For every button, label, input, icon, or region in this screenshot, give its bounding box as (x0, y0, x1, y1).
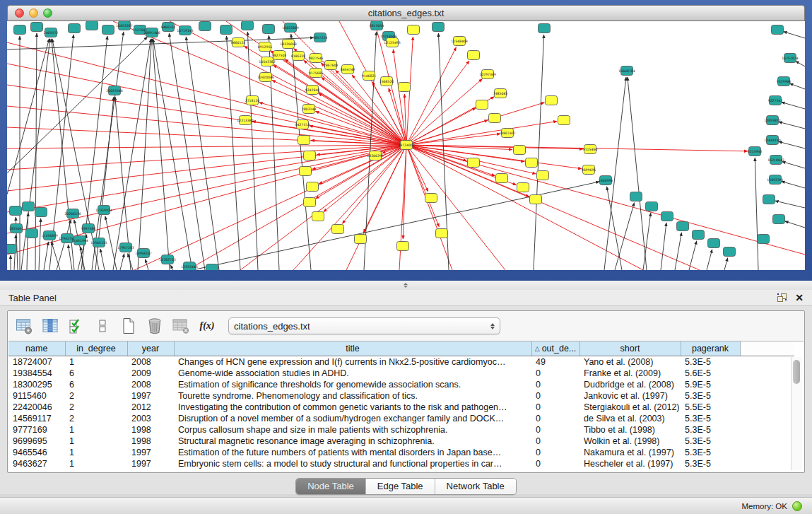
table-cell[interactable]: 1 (65, 436, 127, 447)
table-cell[interactable]: 5.3E-5 (681, 390, 740, 402)
table-cell[interactable]: Corpus callosum shape and size in male p… (174, 424, 531, 436)
table-cell[interactable]: Disruption of a novel member of a sodium… (174, 413, 531, 424)
graph-node[interactable] (220, 25, 233, 35)
graph-node[interactable] (724, 247, 736, 257)
graph-node[interactable] (693, 230, 705, 240)
graph-node[interactable] (263, 25, 275, 34)
table-cell[interactable]: 5.9E-5 (681, 379, 740, 390)
network-graph[interactable]: 2405572106532871527602206914068466162107… (7, 21, 805, 270)
table-cell[interactable]: 19384554 (8, 368, 65, 379)
graph-node[interactable] (31, 23, 43, 32)
graph-node[interactable] (26, 229, 38, 238)
column-header-year[interactable]: year (127, 341, 174, 356)
table-cell[interactable]: 22420046 (8, 402, 65, 413)
table-cell[interactable]: 9777169 (8, 424, 65, 436)
table-cell[interactable]: Nakamura et al. (1997) (579, 447, 681, 458)
table-row[interactable]: 911546021997Tourette syndrome. Phenomeno… (8, 390, 794, 402)
graph-node[interactable] (300, 167, 312, 176)
column-header-in_degree[interactable]: in_degree (65, 341, 127, 356)
table-cell[interactable]: Tourette syndrome. Phenomenology and cla… (174, 390, 531, 402)
table-cell[interactable]: Estimation of the future numbers of pati… (174, 447, 531, 458)
table-cell[interactable]: 5.3E-5 (681, 424, 740, 436)
graph-node[interactable] (661, 212, 673, 221)
table-vertical-scrollbar[interactable] (791, 357, 802, 470)
graph-node[interactable] (312, 212, 324, 221)
table-cell[interactable]: 0 (531, 458, 579, 469)
table-cell[interactable]: 5.3E-5 (681, 447, 740, 458)
graph-node[interactable] (86, 21, 98, 30)
graph-node[interactable] (408, 25, 420, 35)
tab-node-table[interactable]: Node Table (296, 479, 366, 494)
table-cell[interactable]: 1998 (127, 436, 174, 447)
table-cell[interactable]: 5.5E-5 (681, 402, 740, 413)
table-cell[interactable]: 1 (65, 458, 127, 469)
table-cell[interactable]: 14569117 (8, 413, 65, 424)
graph-node[interactable] (558, 116, 570, 125)
graph-node[interactable] (468, 51, 480, 60)
minimize-window-button[interactable] (29, 8, 38, 18)
graph-node[interactable] (425, 194, 437, 203)
table-cell[interactable]: 1 (65, 424, 127, 436)
graph-node[interactable] (23, 202, 35, 211)
graph-node[interactable] (397, 242, 409, 251)
float-panel-icon[interactable] (777, 293, 787, 302)
graph-node[interactable] (530, 195, 542, 204)
delete-column-icon[interactable] (146, 317, 164, 335)
graph-node[interactable] (539, 24, 551, 33)
graph-node[interactable] (304, 151, 316, 160)
table-row[interactable]: 977716911998Corpus callosum shape and si… (8, 424, 794, 436)
graph-node[interactable] (514, 146, 526, 155)
column-header-pagerank[interactable]: pagerank (681, 341, 740, 356)
graph-node[interactable] (517, 183, 529, 192)
table-cell[interactable]: Embryonic stem cells: a model to study s… (174, 458, 531, 469)
table-cell[interactable]: Estimation of significance thresholds fo… (174, 379, 531, 390)
graph-node[interactable] (546, 96, 558, 105)
table-cell[interactable]: Genome-wide association studies in ADHD. (174, 368, 531, 379)
table-cell[interactable]: 0 (531, 424, 579, 436)
column-header-out_de[interactable]: △out_de... (531, 341, 579, 356)
table-cell[interactable]: 9465546 (8, 447, 65, 458)
table-row[interactable]: 1938455462009Genome-wide association stu… (8, 368, 794, 379)
graph-node[interactable] (526, 158, 538, 168)
table-selector[interactable]: citations_edges.txt (228, 317, 500, 334)
close-panel-icon[interactable]: ✕ (795, 293, 804, 302)
select-all-icon[interactable] (67, 317, 86, 335)
graph-node[interactable] (102, 25, 114, 35)
table-row[interactable]: 1872400712008Changes of HCN gene express… (8, 356, 794, 368)
table-cell[interactable]: 2 (65, 402, 127, 413)
graph-node[interactable] (10, 206, 22, 216)
table-cell[interactable]: 0 (531, 402, 579, 413)
graph-node[interactable] (758, 235, 770, 244)
graph-node[interactable] (489, 114, 501, 123)
graph-node[interactable] (772, 25, 784, 35)
table-cell[interactable]: 2003 (127, 413, 174, 424)
table-cell[interactable]: 5.3E-5 (681, 458, 740, 469)
graph-node[interactable] (708, 239, 720, 248)
scrollbar-thumb[interactable] (793, 360, 800, 384)
function-builder-icon[interactable]: f(x) (198, 317, 216, 335)
graph-node[interactable] (35, 208, 47, 217)
graph-node[interactable] (242, 21, 254, 30)
graph-node[interactable] (14, 25, 26, 35)
graph-node[interactable] (206, 264, 218, 271)
table-cell[interactable]: 18724007 (8, 356, 65, 368)
table-cell[interactable]: 9699695 (8, 436, 65, 447)
table-cell[interactable]: 1997 (127, 458, 174, 469)
show-columns-icon[interactable] (41, 317, 59, 335)
table-cell[interactable]: 2012 (127, 402, 174, 413)
graph-node[interactable] (646, 202, 658, 211)
graph-node[interactable] (69, 24, 81, 33)
column-header-name[interactable]: name (8, 341, 65, 356)
tab-network-table[interactable]: Network Table (435, 479, 516, 494)
graph-node[interactable] (468, 158, 480, 168)
table-row[interactable]: 946362711997Embryonic stem cells: a mode… (8, 458, 794, 469)
zoom-window-button[interactable] (43, 8, 52, 18)
graph-node[interactable] (436, 229, 448, 238)
table-row[interactable]: 2242004622012Investigating the contribut… (8, 402, 794, 413)
table-cell[interactable]: Tibbo et al. (1998) (579, 424, 681, 436)
column-header-short[interactable]: short (579, 341, 681, 356)
table-cell[interactable]: 2008 (127, 356, 174, 368)
table-cell[interactable]: 5.3E-5 (681, 356, 740, 368)
table-cell[interactable]: 18300295 (8, 379, 65, 390)
table-cell[interactable]: 6 (65, 379, 127, 390)
